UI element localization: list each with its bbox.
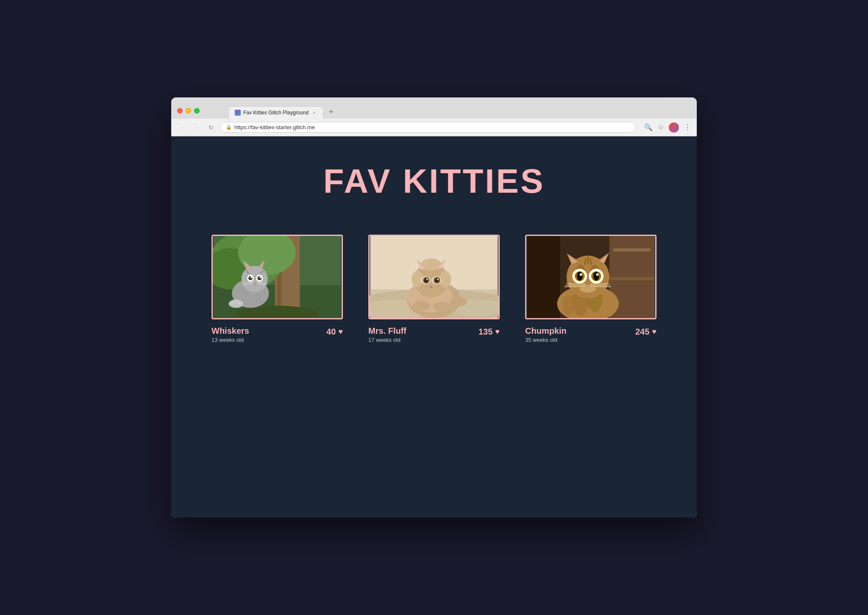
reload-button[interactable]: ↻ xyxy=(206,122,216,133)
title-bar: Fav Kitties Glitch Playground × + xyxy=(171,97,697,119)
browser-actions: 🔍 ☆ ⋮ xyxy=(644,122,691,133)
maximize-button[interactable] xyxy=(194,108,200,114)
kitty-image-whiskers xyxy=(211,235,343,319)
kitty-image-chumpkin xyxy=(525,235,657,319)
svg-rect-66 xyxy=(613,248,650,252)
svg-point-98 xyxy=(580,284,596,292)
browser-window: Fav Kitties Glitch Playground × + ← → ↻ … xyxy=(171,97,697,518)
heart-icon-mrs-fluff: ♥ xyxy=(495,327,500,336)
active-tab[interactable]: Fav Kitties Glitch Playground × xyxy=(228,106,323,119)
kitty-card-chumpkin: Chumpkin 35 weeks old 245 ♥ xyxy=(525,235,657,343)
new-tab-button[interactable]: + xyxy=(325,106,337,118)
kitty-hearts-chumpkin[interactable]: 245 ♥ xyxy=(635,327,657,337)
heart-icon-whiskers: ♥ xyxy=(338,327,343,336)
address-bar: ← → ↻ 🔒 https://fav-kitties-starter.glit… xyxy=(171,119,697,136)
kitty-age-chumpkin: 35 weeks old xyxy=(525,337,567,343)
svg-point-56 xyxy=(437,279,439,280)
svg-point-87 xyxy=(577,271,583,280)
kitty-info-chumpkin: Chumpkin 35 weeks old 245 ♥ xyxy=(525,326,657,343)
svg-point-20 xyxy=(248,276,253,280)
kitty-name-age-whiskers: Whiskers 13 weeks old xyxy=(211,326,249,343)
url-text: https://fav-kitties-starter.glitch.me xyxy=(234,124,315,130)
svg-rect-67 xyxy=(609,277,655,280)
tab-favicon xyxy=(235,110,241,116)
profile-avatar[interactable] xyxy=(669,122,679,133)
traffic-lights xyxy=(177,108,200,114)
hearts-count-whiskers: 40 xyxy=(326,327,336,337)
kitty-info-whiskers: Whiskers 13 weeks old 40 ♥ xyxy=(211,326,343,343)
hearts-count-mrs-fluff: 135 xyxy=(479,327,492,337)
svg-point-88 xyxy=(593,271,599,280)
svg-line-92 xyxy=(566,284,586,284)
kitty-name-age-chumpkin: Chumpkin 35 weeks old xyxy=(525,326,567,343)
svg-point-55 xyxy=(426,279,428,280)
kitty-hearts-whiskers[interactable]: 40 ♥ xyxy=(326,327,343,337)
svg-point-21 xyxy=(257,276,262,280)
svg-point-54 xyxy=(435,278,439,283)
page-content: FAV KITTIES xyxy=(171,136,697,518)
menu-button[interactable]: ⋮ xyxy=(684,123,691,131)
tabs-bar: Fav Kitties Glitch Playground × + xyxy=(203,106,362,119)
svg-point-62 xyxy=(413,301,431,310)
kitty-name-chumpkin: Chumpkin xyxy=(525,326,567,336)
kitties-grid: Whiskers 13 weeks old 40 ♥ xyxy=(188,235,680,343)
minimize-button[interactable] xyxy=(186,108,191,114)
forward-button[interactable]: → xyxy=(192,122,202,133)
hearts-count-chumpkin: 245 xyxy=(635,327,649,337)
svg-line-95 xyxy=(590,284,609,284)
tab-title: Fav Kitties Glitch Playground xyxy=(243,110,309,116)
svg-point-53 xyxy=(424,278,428,283)
kitty-age-mrs-fluff: 17 weeks old xyxy=(368,337,406,343)
bookmark-button[interactable]: ☆ xyxy=(658,123,664,131)
kitty-name-mrs-fluff: Mrs. Fluff xyxy=(368,326,406,336)
kitty-image-mrs-fluff xyxy=(368,235,500,319)
kitty-hearts-mrs-fluff[interactable]: 135 ♥ xyxy=(479,327,500,337)
url-bar[interactable]: 🔒 https://fav-kitties-starter.glitch.me xyxy=(220,122,636,133)
heart-icon-chumpkin: ♥ xyxy=(652,327,657,336)
search-button[interactable]: 🔍 xyxy=(644,123,653,131)
kitty-name-whiskers: Whiskers xyxy=(211,326,249,336)
svg-point-9 xyxy=(242,266,268,292)
kitty-card-mrs-fluff: Mrs. Fluff 17 weeks old 135 ♥ xyxy=(368,235,500,343)
svg-point-72 xyxy=(562,296,574,316)
svg-point-32 xyxy=(237,301,242,305)
svg-point-22 xyxy=(250,277,252,278)
back-button[interactable]: ← xyxy=(177,122,187,133)
browser-chrome: Fav Kitties Glitch Playground × + ← → ↻ … xyxy=(171,97,697,136)
kitty-card-whiskers: Whiskers 13 weeks old 40 ♥ xyxy=(211,235,343,343)
page-title: FAV KITTIES xyxy=(188,162,680,201)
close-button[interactable] xyxy=(177,108,183,114)
lock-icon: 🔒 xyxy=(226,125,232,130)
svg-point-23 xyxy=(259,277,261,278)
svg-point-40 xyxy=(451,297,467,307)
tab-close-button[interactable]: × xyxy=(311,110,317,116)
kitty-info-mrs-fluff: Mrs. Fluff 17 weeks old 135 ♥ xyxy=(368,326,500,343)
svg-point-89 xyxy=(580,273,582,276)
svg-rect-68 xyxy=(527,236,560,318)
kitty-name-age-mrs-fluff: Mrs. Fluff 17 weeks old xyxy=(368,326,406,343)
svg-point-90 xyxy=(596,273,599,276)
svg-point-63 xyxy=(433,302,451,311)
kitty-age-whiskers: 13 weeks old xyxy=(211,337,249,343)
